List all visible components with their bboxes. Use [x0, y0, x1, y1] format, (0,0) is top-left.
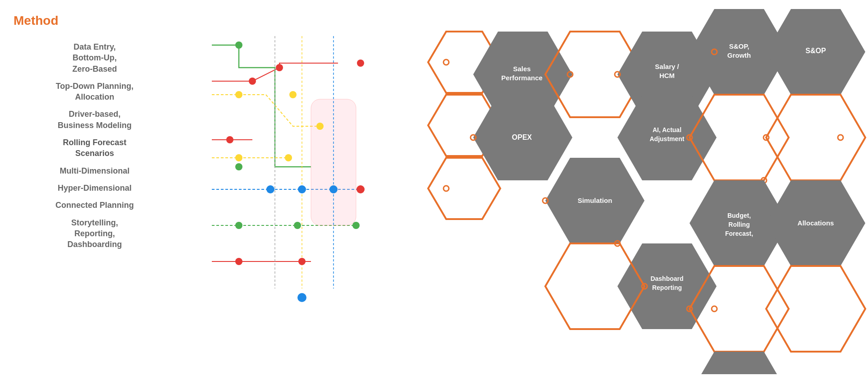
svg-point-66 [712, 306, 717, 312]
sidebar-item-hyper-dim: Hyper-Dimensional [14, 183, 176, 193]
sidebar: Method Data Entry,Bottom-Up,Zero-Based T… [0, 0, 185, 385]
svg-point-19 [235, 154, 242, 161]
svg-marker-67 [766, 266, 865, 352]
svg-text:AI, Actual: AI, Actual [653, 126, 681, 133]
svg-point-17 [289, 91, 297, 98]
svg-point-16 [235, 91, 242, 98]
sidebar-item-driver-based: Driver-based,Business Modeling [14, 109, 176, 131]
svg-text:S&OP: S&OP [805, 47, 826, 55]
sidebar-item-connected: Connected Planning [14, 200, 176, 211]
svg-point-26 [443, 60, 449, 65]
svg-point-21 [266, 185, 274, 193]
svg-point-7 [352, 222, 360, 229]
sidebar-title: Method [14, 14, 176, 28]
svg-point-23 [329, 185, 338, 193]
svg-point-20 [285, 154, 292, 161]
hex-area: Sales Performance Salary / HCM S&OP, Gro… [410, 0, 868, 385]
svg-text:Performance: Performance [501, 74, 543, 82]
svg-text:Rolling: Rolling [728, 221, 749, 228]
svg-point-10 [276, 64, 283, 71]
svg-point-6 [294, 222, 301, 229]
svg-text:S&OP,: S&OP, [729, 42, 749, 50]
chart-svg [185, 9, 392, 361]
svg-marker-52 [428, 158, 500, 219]
svg-point-51 [838, 135, 843, 140]
svg-point-14 [235, 258, 242, 265]
svg-text:Budget,: Budget, [727, 212, 751, 219]
svg-text:Forecast,: Forecast, [725, 230, 753, 237]
svg-text:Salary /: Salary / [655, 63, 679, 70]
svg-point-5 [235, 222, 242, 229]
page-container: Method Data Entry,Bottom-Up,Zero-Based T… [0, 0, 868, 385]
svg-marker-70 [690, 352, 789, 374]
svg-point-53 [443, 186, 449, 191]
sidebar-item-storytelling: Storytelling,Reporting,Dashboarding [14, 217, 176, 250]
svg-point-15 [356, 185, 365, 193]
svg-marker-50 [766, 95, 865, 180]
svg-text:Sales: Sales [513, 65, 530, 73]
svg-point-4 [235, 41, 242, 49]
sidebar-item-rolling-forecast: Rolling ForecastScenarios [14, 137, 176, 159]
svg-text:Growth: Growth [727, 51, 751, 59]
sidebar-item-data-entry: Data Entry,Bottom-Up,Zero-Based [14, 41, 176, 74]
svg-point-13 [298, 258, 306, 265]
svg-point-9 [249, 78, 256, 85]
sidebar-item-multi-dim: Multi-Dimensional [14, 165, 176, 176]
svg-point-22 [298, 185, 306, 193]
svg-point-12 [226, 136, 233, 143]
svg-point-11 [357, 60, 364, 67]
svg-text:Reporting: Reporting [652, 284, 682, 291]
svg-point-18 [316, 123, 324, 130]
svg-text:OPEX: OPEX [512, 133, 532, 141]
svg-text:Allocations: Allocations [798, 219, 834, 227]
svg-text:Adjustment: Adjustment [650, 135, 685, 142]
chart-area [185, 0, 410, 385]
svg-text:HCM: HCM [659, 72, 675, 79]
svg-point-24 [297, 293, 306, 302]
svg-text:Dashboard: Dashboard [650, 275, 683, 282]
sidebar-item-top-down: Top-Down Planning,Allocation [14, 81, 176, 103]
hex-svg: Sales Performance Salary / HCM S&OP, Gro… [410, 5, 868, 374]
svg-text:Simulation: Simulation [578, 197, 612, 204]
svg-point-8 [235, 163, 242, 170]
